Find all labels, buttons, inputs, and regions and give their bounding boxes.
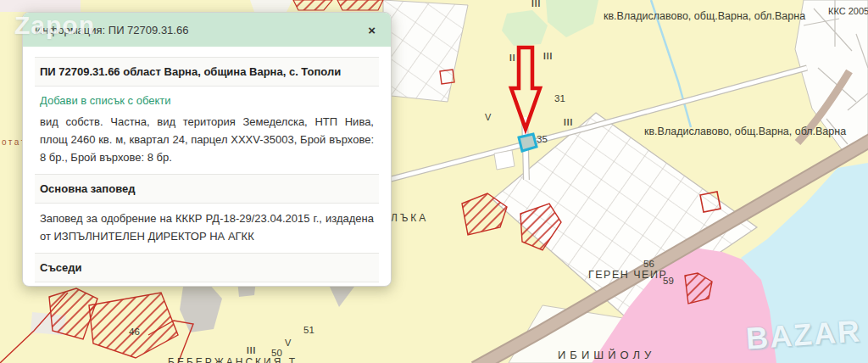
- order-details: Заповед за одобрение на КККР РД-18-29/23…: [40, 209, 374, 245]
- map-application-viewport[interactable]: кв.Владиславово, общ.Варна, обл.Варна КК…: [0, 0, 868, 363]
- parcel-details: вид собств. Частна, вид територия Земеде…: [40, 113, 374, 166]
- map-label-parcel-59: 59: [663, 276, 674, 287]
- map-label-parcel-35: 35: [537, 135, 548, 145]
- map-label-parcel-51: 51: [303, 326, 314, 336]
- close-icon[interactable]: ×: [364, 21, 379, 39]
- section-heading-neighbors: Съседи: [35, 253, 379, 282]
- map-edge-patch: [0, 0, 81, 12]
- parcel-info-panel: Информация: ПИ 72709.31.66 × ПИ 72709.31…: [22, 12, 392, 287]
- watermark-top-left: Zapon: [14, 11, 95, 40]
- map-label-roman-iii-3: III: [247, 347, 256, 355]
- map-label-parcel-56: 56: [643, 260, 654, 270]
- selected-parcel-35[interactable]: [519, 134, 537, 151]
- panel-body: ПИ 72709.31.66 област Варна, община Варн…: [23, 47, 391, 287]
- map-label-beberzhanskiya: БЕБЕРЖАНСКИЯ Т: [168, 357, 298, 363]
- add-to-list-link[interactable]: Добави в списък с обекти: [40, 94, 374, 107]
- map-label-geren-cheir: ГЕРЕН ЧЕИР: [588, 270, 667, 281]
- map-label-crs: ККС 2005: [828, 7, 868, 16]
- map-label-roman-v: V: [485, 113, 491, 122]
- map-label-roman-ii: II: [509, 54, 516, 63]
- map-label-roman-v-2: V: [285, 338, 291, 348]
- map-label-region-mid: кв.Владиславово, общ.Варна, обл.Варна: [644, 126, 846, 137]
- map-label-ibishyolu: ИБИШЙОЛУ: [558, 349, 655, 360]
- map-label-parcel-46: 46: [129, 327, 140, 338]
- map-label-laka: ЛЪКА: [391, 213, 428, 223]
- map-label-parcel-31: 31: [554, 94, 565, 104]
- section-heading-order: Основна заповед: [35, 174, 379, 204]
- map-label-roman-iii: III: [543, 53, 553, 61]
- map-label-roman-iii-2: III: [564, 119, 573, 127]
- map-label-region-top: кв.Владиславово, общ.Варна, обл.Варна: [604, 11, 805, 22]
- map-label-roman-iii-top: III: [531, 0, 541, 8]
- parcel-heading: ПИ 72709.31.66 област Варна, община Варн…: [35, 57, 379, 87]
